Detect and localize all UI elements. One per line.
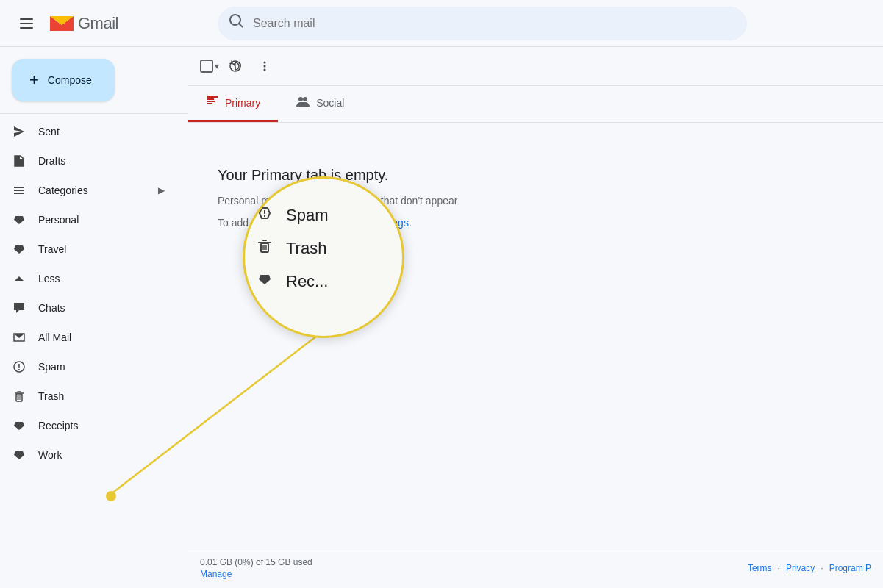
menu-button[interactable] bbox=[12, 9, 41, 38]
sidebar-item-categories[interactable]: Categories ▶ bbox=[0, 176, 176, 205]
sidebar-item-allmail[interactable]: All Mail bbox=[0, 323, 176, 352]
sidebar-item-chats[interactable]: Chats bbox=[0, 293, 176, 323]
sidebar-item-trash[interactable]: Trash bbox=[0, 381, 176, 411]
allmail-label: All Mail bbox=[38, 331, 71, 343]
main-layout: + Compose Sent Drafts Categories ▶ bbox=[0, 47, 883, 588]
sent-icon bbox=[12, 125, 26, 138]
select-dropdown-icon[interactable]: ▾ bbox=[215, 61, 219, 71]
primary-tab-icon bbox=[206, 95, 219, 111]
trash-icon bbox=[12, 390, 26, 403]
search-bar[interactable] bbox=[218, 7, 747, 40]
trash-label: Trash bbox=[38, 390, 64, 402]
settings-period: . bbox=[409, 217, 412, 229]
refresh-button[interactable] bbox=[222, 53, 249, 79]
inbox-tabs: Primary Social bbox=[188, 86, 883, 123]
social-tab-icon bbox=[296, 95, 310, 111]
magnify-trash-icon bbox=[257, 238, 273, 258]
magnify-spam-icon bbox=[257, 205, 273, 225]
magnify-receipts-icon bbox=[257, 271, 273, 291]
sidebar-item-less[interactable]: Less bbox=[0, 264, 176, 293]
sidebar-item-sent[interactable]: Sent bbox=[0, 117, 176, 146]
compose-button[interactable]: + Compose bbox=[12, 59, 115, 101]
manage-link[interactable]: Manage bbox=[200, 569, 312, 579]
receipts-icon bbox=[12, 419, 26, 432]
svg-marker-5 bbox=[14, 216, 24, 224]
personal-label: Personal bbox=[38, 214, 79, 226]
sidebar-item-travel[interactable]: Travel bbox=[0, 234, 176, 264]
work-icon bbox=[12, 448, 26, 462]
work-label: Work bbox=[38, 449, 62, 461]
chats-icon bbox=[12, 301, 26, 315]
sent-label: Sent bbox=[38, 126, 60, 137]
privacy-link[interactable]: Privacy bbox=[786, 563, 815, 573]
footer-right: Terms · Privacy · Program P bbox=[748, 563, 871, 573]
social-tab-label: Social bbox=[316, 97, 344, 109]
sidebar-item-personal[interactable]: Personal bbox=[0, 205, 176, 234]
svg-point-18 bbox=[264, 215, 265, 217]
receipts-label: Receipts bbox=[38, 420, 78, 431]
magnify-content: Spam Trash Rec... bbox=[245, 190, 402, 306]
toolbar: ▾ bbox=[188, 47, 883, 86]
magnify-item-spam: Spam bbox=[257, 205, 390, 225]
primary-tab-label: Primary bbox=[225, 97, 260, 109]
gmail-m-icon bbox=[49, 10, 75, 37]
sidebar-item-receipts[interactable]: Receipts bbox=[0, 411, 176, 440]
sidebar: + Compose Sent Drafts Categories ▶ bbox=[0, 47, 188, 588]
less-label: Less bbox=[38, 273, 60, 284]
less-icon bbox=[12, 272, 26, 285]
compose-plus-icon: + bbox=[29, 71, 39, 90]
gmail-logo: Gmail bbox=[49, 10, 118, 37]
more-button[interactable] bbox=[251, 53, 278, 79]
svg-marker-20 bbox=[259, 275, 271, 284]
magnify-trash-label: Trash bbox=[286, 239, 326, 258]
footer-left: 0.01 GB (0%) of 15 GB used Manage bbox=[200, 557, 312, 579]
search-icon bbox=[229, 14, 244, 32]
svg-rect-3 bbox=[20, 27, 33, 29]
svg-point-11 bbox=[264, 62, 266, 64]
footer: 0.01 GB (0%) of 15 GB used Manage Terms … bbox=[188, 548, 883, 588]
svg-rect-2 bbox=[20, 23, 33, 24]
svg-marker-6 bbox=[14, 245, 24, 254]
sidebar-item-spam[interactable]: Spam bbox=[0, 352, 176, 381]
nav-divider-top bbox=[0, 113, 188, 114]
travel-label: Travel bbox=[38, 243, 66, 255]
svg-point-14 bbox=[298, 97, 303, 101]
categories-label: Categories bbox=[38, 184, 88, 196]
svg-marker-10 bbox=[14, 451, 24, 459]
categories-expand[interactable]: ▶ bbox=[158, 185, 165, 196]
svg-rect-1 bbox=[20, 18, 33, 20]
categories-icon bbox=[12, 184, 26, 197]
sidebar-item-work[interactable]: Work bbox=[0, 440, 176, 470]
spam-label: Spam bbox=[38, 361, 65, 373]
sep2: · bbox=[821, 563, 823, 573]
personal-icon bbox=[12, 213, 26, 226]
sidebar-item-drafts[interactable]: Drafts bbox=[0, 146, 176, 176]
magnify-overlay: Spam Trash Rec... bbox=[243, 176, 404, 338]
gmail-label: Gmail bbox=[78, 14, 118, 33]
magnify-spam-label: Spam bbox=[286, 206, 328, 225]
allmail-icon bbox=[12, 331, 26, 344]
svg-point-12 bbox=[264, 65, 266, 68]
compose-label: Compose bbox=[48, 74, 92, 86]
tab-primary[interactable]: Primary bbox=[188, 86, 278, 122]
chats-label: Chats bbox=[38, 302, 65, 314]
yellow-dot-indicator bbox=[106, 491, 116, 501]
app-header: Gmail bbox=[0, 0, 883, 47]
drafts-icon bbox=[12, 154, 26, 168]
select-all-checkbox[interactable] bbox=[200, 60, 213, 73]
sep1: · bbox=[778, 563, 780, 573]
svg-point-15 bbox=[303, 97, 307, 101]
drafts-label: Drafts bbox=[38, 155, 65, 167]
magnify-item-trash: Trash bbox=[257, 238, 390, 258]
storage-info: 0.01 GB (0%) of 15 GB used bbox=[200, 557, 312, 567]
spam-icon bbox=[12, 360, 26, 373]
search-input[interactable] bbox=[253, 17, 735, 30]
tab-social[interactable]: Social bbox=[278, 86, 362, 122]
terms-link[interactable]: Terms bbox=[748, 563, 772, 573]
magnify-item-receipts: Rec... bbox=[257, 271, 390, 291]
program-link[interactable]: Program P bbox=[829, 563, 871, 573]
header-left: Gmail bbox=[12, 9, 218, 38]
svg-marker-9 bbox=[14, 422, 24, 430]
svg-point-13 bbox=[264, 69, 266, 71]
select-all-wrap[interactable]: ▾ bbox=[200, 60, 219, 73]
